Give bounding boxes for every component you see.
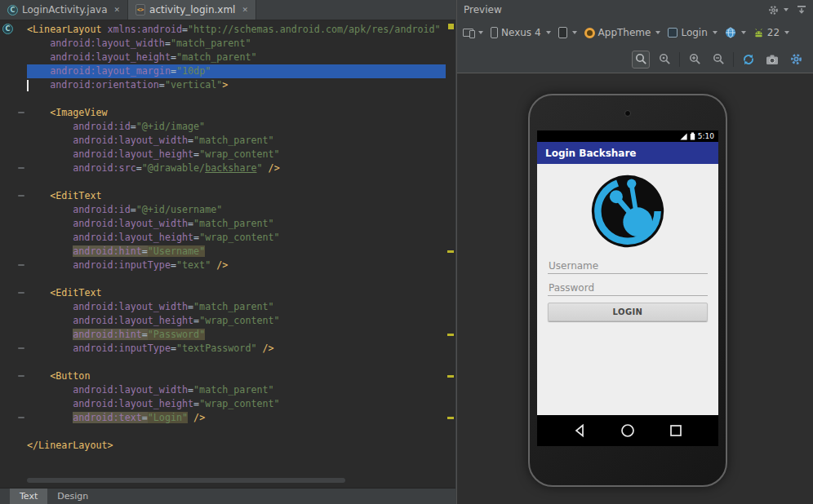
editor-gutter[interactable]: C (0, 20, 27, 477)
gutter-line[interactable] (0, 51, 27, 64)
code-line[interactable]: android:layout_height="wrap_content" (27, 148, 446, 161)
code-line[interactable]: android:text="Login" /> (27, 411, 446, 425)
preview-settings-button[interactable] (768, 5, 789, 15)
code-line[interactable]: android:layout_height="match_parent" (27, 51, 446, 64)
preview-options-button[interactable] (787, 51, 805, 69)
gutter-line[interactable] (0, 203, 27, 217)
gutter-line[interactable] (0, 231, 27, 245)
gutter-line[interactable] (0, 356, 27, 369)
gutter-line[interactable] (0, 148, 27, 161)
gutter-line[interactable] (0, 314, 27, 328)
theme-dropdown[interactable]: AppTheme (584, 27, 661, 38)
tab-design-mode[interactable]: Design (47, 489, 98, 504)
gutter-line[interactable] (0, 189, 27, 203)
gutter-line[interactable] (0, 92, 27, 106)
orientation-dropdown[interactable] (558, 27, 577, 38)
gutter-line[interactable] (0, 328, 27, 342)
code-line[interactable]: <EditText (27, 189, 446, 203)
code-line[interactable] (27, 356, 446, 369)
gutter-line[interactable] (0, 411, 27, 425)
editor-hscrollbar[interactable] (27, 478, 435, 484)
fold-marker-icon[interactable] (18, 264, 24, 266)
code-line[interactable]: android:layout_height="wrap_content" (27, 231, 446, 245)
code-line[interactable]: android:id="@+id/image" (27, 120, 446, 134)
gutter-line[interactable] (0, 37, 27, 51)
warning-stripe-mark[interactable] (447, 417, 454, 419)
warning-stripe-mark[interactable] (447, 334, 454, 336)
code-line[interactable] (27, 92, 446, 106)
code-line[interactable]: android:layout_width="match_parent" (27, 383, 446, 397)
login-button[interactable]: LOGIN (548, 303, 708, 321)
code-line[interactable]: android:layout_width="match_parent" (27, 37, 446, 51)
fold-marker-icon[interactable] (18, 195, 24, 197)
gutter-line[interactable] (0, 134, 27, 148)
code-line[interactable]: </LinearLayout> (27, 439, 446, 453)
gutter-line[interactable] (0, 106, 27, 120)
editor-scrollbar[interactable] (446, 20, 455, 478)
warning-stripe-mark[interactable] (447, 250, 454, 253)
gutter-line[interactable] (0, 259, 27, 272)
code-line[interactable]: android:hint="Username" (27, 245, 446, 259)
hide-panel-icon[interactable] (797, 5, 806, 15)
code-line[interactable]: android:layout_height="wrap_content" (27, 397, 446, 411)
refresh-button[interactable] (740, 51, 757, 69)
gutter-line[interactable] (0, 175, 27, 189)
gutter-line[interactable] (0, 272, 27, 286)
backshare-logo[interactable] (589, 173, 666, 250)
zoom-fit-button[interactable] (632, 51, 650, 69)
code-line[interactable]: android:layout_width="match_parent" (27, 217, 446, 231)
gutter-line[interactable] (0, 439, 27, 453)
locale-dropdown[interactable] (725, 27, 746, 38)
code-line[interactable]: android:hint="Password" (27, 328, 446, 342)
code-line[interactable]: <LinearLayout xmlns:android="http://sche… (27, 23, 446, 37)
inspection-status-square[interactable] (448, 24, 454, 29)
class-gutter-icon[interactable]: C (2, 24, 13, 34)
code-line[interactable]: <ImageView (27, 106, 446, 120)
screenshot-button[interactable] (763, 51, 781, 69)
code-line[interactable]: android:src="@drawable/backshare" /> (27, 161, 446, 175)
code-line[interactable]: android:layout_width="match_parent" (27, 134, 446, 148)
api-version-dropdown[interactable]: 22 (753, 27, 789, 38)
gutter-line[interactable] (0, 300, 27, 314)
warning-stripe-mark[interactable] (447, 375, 454, 378)
gutter-line[interactable] (0, 217, 27, 231)
code-line[interactable]: <EditText (27, 286, 446, 300)
zoom-in-button[interactable] (686, 51, 704, 69)
tab-text-mode[interactable]: Text (10, 489, 47, 504)
fold-marker-icon[interactable] (18, 375, 24, 377)
tab-loginactivity-java[interactable]: C LoginActivity.java ✕ (0, 0, 128, 20)
gutter-line[interactable] (0, 342, 27, 356)
fold-marker-icon[interactable] (18, 112, 24, 113)
code-line[interactable]: android:id="@+id/username" (27, 203, 446, 217)
nav-home-icon[interactable] (620, 423, 635, 438)
gutter-line[interactable] (0, 64, 27, 78)
device-dropdown[interactable]: Nexus 4 (491, 27, 551, 38)
gutter-line[interactable] (0, 120, 27, 134)
code-line[interactable]: android:layout_height="wrap_content" (27, 314, 446, 328)
code-line[interactable]: android:orientation="vertical"> (27, 78, 446, 92)
fold-marker-icon[interactable] (18, 167, 24, 169)
gutter-line[interactable] (0, 286, 27, 300)
gutter-line[interactable] (0, 161, 27, 175)
zoom-out-button[interactable] (709, 51, 727, 69)
code-line[interactable]: android:inputType="text" /> (27, 259, 446, 272)
gutter-line[interactable] (0, 78, 27, 92)
activity-dropdown[interactable]: Login (668, 27, 717, 38)
gutter-line[interactable]: C (0, 23, 27, 37)
code-line[interactable] (27, 425, 446, 439)
code-editor[interactable]: <LinearLayout xmlns:android="http://sche… (27, 20, 446, 477)
gutter-line[interactable] (0, 383, 27, 397)
device-screen[interactable]: 5:10 Login Backshare (537, 130, 718, 446)
gutter-line[interactable] (0, 397, 27, 411)
gutter-line[interactable] (0, 369, 27, 383)
tab-activity-login-xml[interactable]: <> activity_login.xml ✕ (128, 0, 256, 20)
nav-recents-icon[interactable] (669, 424, 682, 437)
username-edittext[interactable]: Username (548, 259, 708, 274)
fold-marker-icon[interactable] (18, 417, 24, 418)
gutter-line[interactable] (0, 425, 27, 439)
code-line[interactable]: android:layout_margin="10dp" (27, 64, 446, 78)
fold-marker-icon[interactable] (18, 347, 24, 349)
layout-variant-dropdown[interactable] (463, 29, 483, 37)
fold-marker-icon[interactable] (18, 292, 24, 294)
close-icon[interactable]: ✕ (242, 6, 248, 14)
